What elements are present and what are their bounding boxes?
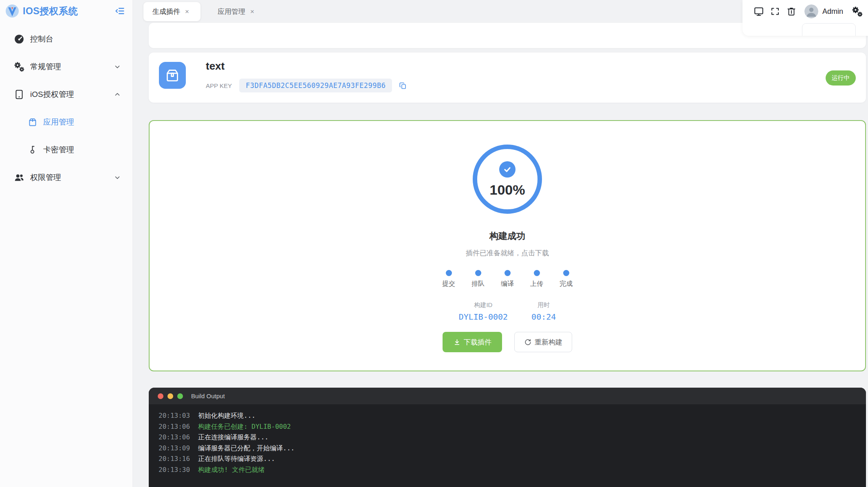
status-badge: 运行中 [826,70,856,86]
build-status-subtitle: 插件已准备就绪，点击下载 [466,248,549,258]
step-submit: 提交 [439,270,458,288]
terminal-zoom-dot-icon [177,393,183,399]
sidebar-item-label: 控制台 [30,34,121,44]
terminal-body: 20:13:03 初始化构建环境... 20:13:06 构建任务已创建: DY… [149,404,866,481]
avatar[interactable] [804,4,818,18]
log-line: 20:13:30 构建成功! 文件已就绪 [159,465,856,476]
sidebar-collapse-icon[interactable] [114,5,126,17]
duration-value: 00:24 [531,312,556,322]
build-status-title: 构建成功 [489,230,525,242]
tab-app-management[interactable]: 应用管理 × [209,2,263,21]
build-meta: 构建ID DYLIB-0002 用时 00:24 [459,301,556,322]
gears-icon [14,61,24,72]
terminal-minimize-dot-icon [167,393,173,399]
tab-label: 生成插件 [152,7,180,16]
terminal-close-dot-icon [158,393,163,399]
progress-percent: 100% [473,182,542,198]
app-key-value: F3DFA5DB2C5EE560929AE7A93FE299B6 [239,79,392,92]
build-actions: 下载插件 重新构建 [443,332,572,352]
tab-label: 应用管理 [218,7,245,16]
trash-icon[interactable] [783,4,800,19]
build-result-panel: 100% 构建成功 插件已准备就绪，点击下载 提交 排队 编译 上传 完成 构建… [149,120,866,371]
sidebar-item-label: 卡密管理 [43,145,121,155]
tab-generate-plugin[interactable]: 生成插件 × [143,2,200,21]
step-dot [504,270,511,276]
terminal-header: Build Output [149,388,866,404]
close-icon[interactable]: × [185,8,189,15]
duration-block: 用时 00:24 [531,301,556,322]
user-dropdown-panel[interactable] [802,23,856,36]
step-dot [534,270,540,276]
app-title: IOS授权系统 [23,5,114,18]
monitor-icon[interactable] [751,4,767,19]
build-steps: 提交 排队 编译 上传 完成 [439,270,576,288]
sidebar-menu: 控制台 常规管理 [0,25,132,191]
sidebar: IOS授权系统 控制台 [0,0,133,487]
users-icon [14,172,24,183]
sidebar-header: IOS授权系统 [0,0,132,22]
key-icon [28,145,37,155]
log-line: 20:13:06 正在连接编译服务器... [159,432,856,443]
download-plugin-button[interactable]: 下载插件 [443,332,502,352]
chevron-down-icon [114,63,121,70]
package-icon [28,117,37,127]
step-upload: 上传 [527,270,546,288]
download-icon [453,338,461,346]
sidebar-item-ios-auth-management[interactable]: iOS授权管理 [0,81,132,108]
step-dot [475,270,481,276]
sidebar-item-dashboard[interactable]: 控制台 [0,25,132,53]
step-dot [563,270,569,276]
sidebar-item-label: 常规管理 [30,61,114,72]
build-id-block: 构建ID DYLIB-0002 [459,301,508,322]
duration-label: 用时 [538,301,550,309]
app-name: text [206,60,225,72]
check-icon [499,161,516,178]
chevron-down-icon [114,174,121,181]
app-key-label: APP KEY [206,82,232,89]
sidebar-item-label: 权限管理 [30,172,114,183]
sidebar-item-label: 应用管理 [43,117,121,127]
close-icon[interactable]: × [250,8,254,15]
log-line: 20:13:03 初始化构建环境... [159,410,856,421]
refresh-icon [524,338,532,346]
topbar-actions: Admin [742,0,868,36]
step-dot [446,270,452,276]
log-line: 20:13:16 正在排队等待编译资源... [159,454,856,465]
app-logo-icon [5,4,20,18]
rebuild-button[interactable]: 重新构建 [514,332,572,352]
build-output-terminal: Build Output 20:13:03 初始化构建环境... 20:13:0… [149,388,866,487]
step-done: 完成 [556,270,576,288]
settings-gears-icon[interactable] [849,4,865,19]
step-compile: 编译 [498,270,517,288]
sidebar-item-app-management[interactable]: 应用管理 [0,108,132,136]
fullscreen-icon[interactable] [767,4,783,19]
username[interactable]: Admin [822,7,843,16]
build-id-label: 构建ID [474,301,492,309]
app-key-row: APP KEY F3DFA5DB2C5EE560929AE7A93FE299B6 [206,79,407,92]
terminal-title: Build Output [191,393,225,399]
step-queue: 排队 [468,270,488,288]
dashboard-icon [14,34,24,44]
log-line: 20:13:06 构建任务已创建: DYLIB-0002 [159,421,856,432]
build-id-value: DYLIB-0002 [459,312,508,322]
chevron-up-icon [114,91,121,98]
sidebar-item-permission-management[interactable]: 权限管理 [0,164,132,191]
progress-ring: 100% [473,145,542,214]
sidebar-item-general-management[interactable]: 常规管理 [0,53,132,81]
app-info-card: text APP KEY F3DFA5DB2C5EE560929AE7A93FE… [149,53,866,103]
log-line: 20:13:09 编译服务器已分配，开始编译... [159,443,856,454]
sidebar-item-card-key-management[interactable]: 卡密管理 [0,136,132,164]
app-package-icon [159,62,186,89]
copy-icon[interactable] [399,81,407,90]
sidebar-item-label: iOS授权管理 [30,89,114,100]
tablet-icon [14,89,24,100]
